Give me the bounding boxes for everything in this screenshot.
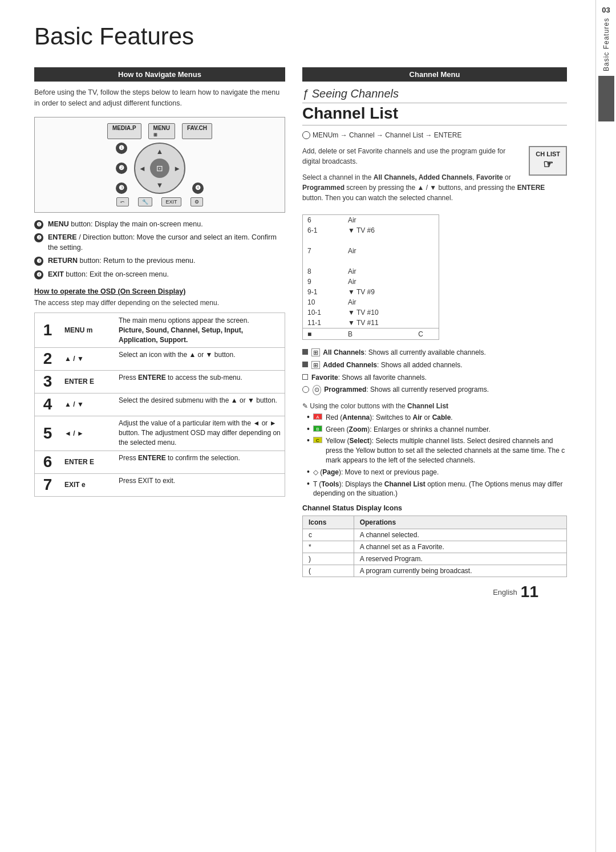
favorite-item: Favorite: Shows all favorite channels. [302,373,567,383]
status-row-1: c A channel selected. [303,529,567,541]
osd-num-4: 4 [34,393,60,416]
osd-desc-7: Press EXIT to exit. [115,473,285,497]
status-icon-star: * [303,541,354,553]
num-icon-4: ❹ [34,270,43,279]
remote-center-button: ⊡ [150,159,169,178]
return-button: ⤺ [116,197,129,206]
ch-list-label: CH LIST [536,151,560,157]
using-color-title: ✎ Using the color buttons with the Chann… [302,402,567,410]
status-op-3: A reserved Program. [354,553,566,565]
all-channels-icon: ⊞ [311,348,320,356]
table-row: 9-1▼ TV #9 [303,287,439,297]
how-to-navigate-header: How to Navigate Menus [34,67,285,82]
status-op-1: A channel selected. [354,529,566,541]
added-channels-icon: ⊞ [311,361,320,369]
square-bullet-icon-2 [302,362,308,367]
diagram-num-2: ❷ [116,163,127,174]
side-tab-bar [598,76,614,121]
button-descriptions: ❶ MENU button: Display the main on-scree… [34,220,285,280]
channel-list-title: Channel List [302,104,567,125]
table-row [303,236,439,246]
color-buttons-list: • A Red (Antenna): Switches to Air or Ca… [307,413,567,498]
status-icon-paren-open: ( [303,565,354,577]
media-p-button: MEDIA.P [107,123,141,139]
dot-bullet-2: • [307,425,310,433]
diagram-num-1: ❶ [116,143,127,154]
osd-num-1: 1 [34,313,60,348]
osd-label-7: EXIT e [60,473,115,497]
yellow-button-item: • C Yellow (Select): Selects multiple ch… [307,436,567,465]
osd-desc-5: Adjust the value of a particular item wi… [115,416,285,451]
table-row: 8Air [303,266,439,277]
osd-row-4: 4 ▲ / ▼ Select the desired submenu with … [34,393,285,416]
osd-num-2: 2 [34,347,60,371]
osd-row-5: 5 ◄ / ► Adjust the value of a particular… [34,416,285,451]
status-op-2: A channel set as a Favorite. [354,541,566,553]
chapter-number: 03 [602,6,610,14]
arrow-up-icon: ▲ [156,147,164,156]
chapter-label: Basic Features [602,18,610,71]
channel-desc-with-chlist: CH LIST ☞ Add, delete or set Favorite ch… [302,146,567,209]
return-button-desc: ❸ RETURN button: Return to the previous … [34,256,285,266]
osd-row-3: 3 ENTER E Press ENTERE to access the sub… [34,370,285,393]
channel-type-list: ⊞ All Channels: Shows all currently avai… [302,348,567,395]
osd-desc-6: Press ENTERE to confirm the selection. [115,451,285,474]
dot-bullet-3: • [307,436,310,444]
page-button-item: • ◇ (Page): Move to next or previous pag… [307,468,567,477]
green-badge: B [313,425,322,432]
ch-list-hand-icon: ☞ [536,157,560,171]
dot-bullet-4: • [307,468,310,476]
osd-desc-4: Select the desired submenu with the ▲ or… [115,393,285,416]
osd-table: 1 MENU m The main menu options appear th… [34,313,285,497]
intro-text: Before using the TV, follow the steps be… [34,87,285,109]
table-row: 9Air [303,277,439,287]
diagram-center-row: ❶ ❷ ❸ ▲ ▼ ◄ ► ⊡ [116,143,204,194]
osd-label-5: ◄ / ► [60,416,115,451]
table-row: 10Air [303,297,439,307]
num-icon-2: ❷ [34,233,43,242]
osd-num-6: 6 [34,451,60,474]
red-badge: A [313,413,322,420]
diagram-num-4: ❹ [192,143,204,194]
table-row: 6Air [303,215,439,225]
osd-row-1: 1 MENU m The main menu options appear th… [34,313,285,348]
osd-num-3: 3 [34,370,60,393]
page-footer: English 11 [34,577,567,607]
channel-desc-2: Select a channel in the All Channels, Ad… [302,172,567,203]
num-icon-3: ❸ [34,257,43,266]
osd-row-7: 7 EXIT e Press EXIT to exit. [34,473,285,497]
table-row [303,256,439,266]
menu-button: MENU⊞ [148,123,175,139]
osd-num-7: 7 [34,473,60,497]
icons-column-header: Icons [303,516,354,529]
status-row-2: * A channel set as a Favorite. [303,541,567,553]
num-icon-1: ❶ [34,220,43,229]
osd-row-6: 6 ENTER E Press ENTERE to confirm the se… [34,451,285,474]
arrow-down-icon: ▼ [156,181,164,189]
tools-button: 🔧 [138,197,152,206]
operations-column-header: Operations [354,516,566,529]
status-row-3: ) A reserved Program. [303,553,567,565]
main-content: Basic Features How to Navigate Menus Bef… [0,0,595,852]
left-column: How to Navigate Menus Before using the T… [34,67,285,577]
green-button-item: • B Green (Zoom): Enlarges or shrinks a … [307,425,567,435]
all-channels-item: ⊞ All Channels: Shows all currently avai… [302,348,567,358]
status-section-title: Channel Status Display Icons [302,504,567,512]
seeing-channels-title: ƒ Seeing Channels [302,87,567,103]
status-table: Icons Operations c A channel selected. *… [302,516,567,577]
table-row: 11-1▼ TV #11 [303,318,439,328]
osd-num-5: 5 [34,416,60,451]
osd-label-1: MENU m [60,313,115,348]
osd-label-4: ▲ / ▼ [60,393,115,416]
programmed-icon: ⊙ [313,385,321,395]
table-row: 6-1▼ TV #6 [303,225,439,236]
extra-button: ⚙ [191,197,203,206]
remote-bottom-buttons: ⤺ 🔧 EXIT ⚙ [116,197,202,206]
remote-d-pad: ▲ ▼ ◄ ► ⊡ [134,143,185,194]
dot-bullet-5: • [307,480,310,488]
ch-list-box: CH LIST ☞ [529,146,567,176]
enter-icon: ⊡ [156,164,163,173]
yellow-badge: C [313,437,322,443]
osd-label-2: ▲ / ▼ [60,347,115,371]
remote-top-buttons: MEDIA.P MENU⊞ FAV.CH [107,123,212,139]
